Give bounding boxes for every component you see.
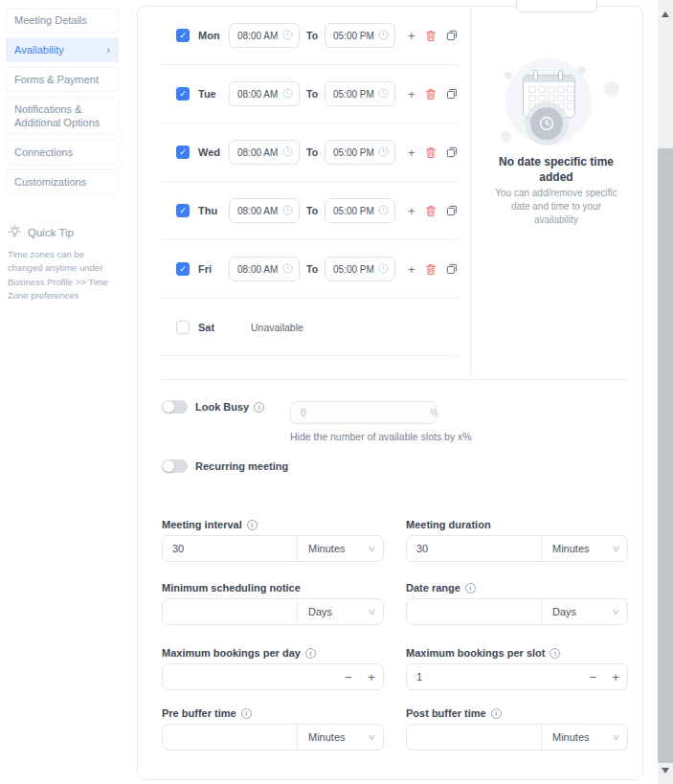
delete-time-slot-icon[interactable] [425,30,437,42]
scroll-down-arrow-icon[interactable] [662,768,669,773]
clock-icon [282,144,293,161]
copy-time-slot-icon[interactable] [446,146,458,158]
date-range-label: Date range [406,582,628,594]
post-buffer-time-input[interactable] [407,725,541,750]
look-busy-percentage-input[interactable]: % [290,401,437,424]
meeting-interval-unit-select[interactable]: Minutes ∨ [297,536,383,561]
post-buffer-time-field: Post buffer time Minutes ∨ [406,707,628,750]
meeting-duration-label: Meeting duration [406,519,628,531]
look-busy-toggle[interactable] [162,400,188,414]
tue-start-time-input[interactable] [229,81,300,106]
look-busy-label: Look Busy [195,401,264,413]
sat-checkbox[interactable] [176,321,190,334]
pre-buffer-time-input[interactable] [163,725,297,750]
percent-suffix: % [430,408,438,418]
recurring-meeting-label: Recurring meeting [195,460,288,472]
mon-checkbox[interactable] [176,29,190,42]
scroll-up-arrow-icon[interactable] [662,11,669,17]
post-buffer-time-label: Post buffer time [406,707,628,720]
minimum-scheduling-notice-field: Minimum scheduling notice Days ∨ [162,582,384,625]
info-icon[interactable] [241,708,252,719]
pre-buffer-time-unit-select[interactable]: Minutes ∨ [297,725,383,750]
day-row-wed: Wed To + [162,123,458,182]
sidebar-item-customizations[interactable]: Customizations [6,169,119,194]
maximum-bookings-per-day-label: Maximum bookings per day [162,647,384,660]
day-label: Thu [198,205,229,216]
date-range-unit-select[interactable]: Days ∨ [541,599,627,624]
sidebar-item-forms-payment[interactable]: Forms & Payment [6,67,119,92]
fri-checkbox[interactable] [176,262,190,276]
wed-checkbox[interactable] [176,146,190,159]
decrement-button[interactable]: − [337,670,360,684]
info-icon[interactable] [305,648,316,659]
recurring-meeting-toggle[interactable] [162,459,188,473]
copy-time-slot-icon[interactable] [446,205,458,216]
tue-checkbox[interactable] [176,87,190,101]
meeting-duration-input[interactable] [407,536,541,561]
thu-start-time-input[interactable] [229,198,300,223]
day-row-mon: Mon To + [162,7,458,65]
sidebar-item-notifications[interactable]: Notifications & Additional Options [6,97,119,135]
tue-end-time-input[interactable] [325,81,395,106]
clock-icon [282,27,293,44]
info-icon[interactable] [254,402,264,413]
sidebar-item-connections[interactable]: Connections [6,140,119,165]
decrement-button[interactable]: − [581,670,604,684]
copy-time-slot-icon[interactable] [446,263,458,275]
thu-end-time-input[interactable] [325,198,395,223]
vertical-scrollbar[interactable] [658,0,673,784]
copy-time-slot-icon[interactable] [446,88,458,100]
delete-time-slot-icon[interactable] [425,205,437,217]
meeting-interval-label: Meeting interval [162,519,384,531]
add-time-slot-icon[interactable]: + [408,146,415,159]
info-icon[interactable] [465,583,476,594]
date-specific-input[interactable] [516,0,597,12]
date-specific-panel: No date specific time added You can add/… [470,7,643,379]
availability-settings-page: Meeting Details Availability› Forms & Pa… [0,0,673,784]
wed-end-time-input[interactable] [325,140,395,165]
delete-time-slot-icon[interactable] [425,88,437,101]
post-buffer-time-unit-select[interactable]: Minutes ∨ [541,725,627,750]
day-row-thu: Thu To + [162,182,458,240]
section-divider [162,379,628,380]
maximum-bookings-per-slot-label: Maximum bookings per slot [406,647,628,660]
info-icon[interactable] [491,708,502,719]
increment-button[interactable]: + [360,670,383,684]
sidebar-item-meeting-details[interactable]: Meeting Details [6,8,119,33]
clock-icon [378,27,389,44]
mon-start-time-input[interactable] [229,23,300,48]
increment-button[interactable]: + [604,670,627,684]
wed-start-time-input[interactable] [229,140,300,165]
date-range-input[interactable] [407,599,541,624]
info-icon[interactable] [247,520,258,530]
availability-card: Mon To + Tue [137,6,643,780]
clock-badge-icon [530,107,563,140]
maximum-bookings-per-day-input[interactable] [163,671,337,683]
fri-end-time-input[interactable] [325,257,395,281]
sat-status: Unavailable [251,322,303,333]
meeting-interval-field: Meeting interval Minutes ∨ [162,519,384,562]
thu-checkbox[interactable] [176,204,190,217]
day-row-tue: Tue To + [162,65,458,123]
delete-time-slot-icon[interactable] [425,263,437,276]
meeting-duration-field: Meeting duration Minutes ∨ [406,519,628,562]
scrollbar-thumb[interactable] [658,148,673,763]
add-time-slot-icon[interactable]: + [408,263,415,276]
add-time-slot-icon[interactable]: + [408,30,415,42]
add-time-slot-icon[interactable]: + [408,88,415,101]
maximum-bookings-per-slot-input[interactable] [407,671,581,683]
mon-end-time-input[interactable] [325,23,395,48]
sidebar-item-availability[interactable]: Availability› [6,37,119,62]
copy-time-slot-icon[interactable] [446,30,458,41]
day-label: Sat [198,322,229,333]
meeting-interval-input[interactable] [163,536,297,561]
chevron-right-icon: › [106,43,110,56]
minimum-scheduling-notice-unit-select[interactable]: Days ∨ [297,599,383,624]
info-icon[interactable] [550,648,560,659]
chevron-down-icon: ∨ [368,544,376,553]
minimum-scheduling-notice-input[interactable] [163,599,297,624]
add-time-slot-icon[interactable]: + [408,205,415,217]
delete-time-slot-icon[interactable] [425,146,437,159]
fri-start-time-input[interactable] [229,257,300,281]
meeting-duration-unit-select[interactable]: Minutes ∨ [541,536,627,561]
